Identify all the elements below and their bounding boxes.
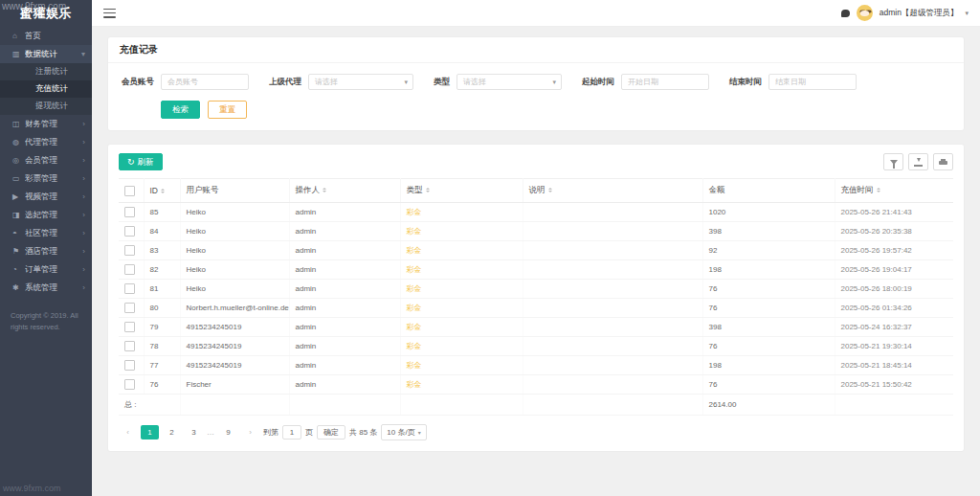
row-checkbox-cell (119, 375, 144, 395)
filter-select-type[interactable]: 请选择▾ (457, 74, 562, 90)
filter-columns-icon[interactable] (883, 153, 903, 170)
user-menu[interactable]: admin【超级管理员】 (880, 8, 959, 19)
sidebar-item-video[interactable]: ▶视频管理› (0, 188, 92, 206)
cell-amount: 1020 (702, 203, 835, 222)
page-title: 充值记录 (108, 37, 964, 63)
table-row: 81Heikoadmin彩金762025-05-26 18:00:19 (119, 280, 953, 299)
row-checkbox[interactable] (124, 283, 135, 294)
sidebar-item-xuanfei[interactable]: ◨选妃管理› (0, 206, 92, 224)
menu-toggle-icon[interactable] (103, 9, 116, 18)
column-header-2[interactable]: 操作人 (289, 179, 400, 203)
sidebar-subitem-register-stats[interactable]: 注册统计 (0, 63, 92, 80)
sidebar-item-finance[interactable]: ◫财务管理› (0, 115, 92, 133)
cell-operator: admin (289, 356, 400, 375)
app-logo: 蜜獾娱乐 (0, 0, 92, 27)
sidebar-item-lottery[interactable]: ▭彩票管理› (0, 169, 92, 188)
cell-operator: admin (289, 222, 400, 241)
cell-note (523, 222, 702, 241)
bank-icon: ◫ (12, 120, 25, 128)
chevron-right-icon: › (82, 247, 85, 256)
cell-type: 彩金 (400, 299, 523, 318)
cell-type: 彩金 (400, 203, 523, 222)
sort-icon[interactable] (877, 186, 880, 194)
sidebar-item-community[interactable]: ◓社区管理› (0, 224, 92, 242)
row-checkbox[interactable] (124, 264, 135, 275)
row-checkbox[interactable] (124, 379, 135, 390)
next-page-button[interactable]: › (241, 425, 259, 440)
filter-input-start-time[interactable] (621, 74, 709, 90)
flag-icon: ⚑ (12, 247, 25, 256)
page-button-2[interactable]: 2 (163, 425, 181, 440)
sort-icon[interactable] (548, 186, 552, 194)
sidebar-item-home[interactable]: ⌂首页 (0, 27, 92, 45)
chart-icon: ▥ (12, 50, 25, 58)
page-size-select[interactable]: 10 条/页▾ (381, 424, 426, 440)
export-icon[interactable] (908, 153, 928, 170)
prev-page-button[interactable]: ‹ (119, 425, 137, 440)
filter-input-account[interactable] (161, 74, 249, 90)
page-ellipsis: … (207, 428, 215, 437)
jump-page-input[interactable] (282, 425, 301, 440)
notification-icon[interactable] (841, 10, 850, 17)
cell-operator: admin (289, 375, 400, 395)
jump-confirm-button[interactable]: 确定 (317, 425, 345, 440)
cell-id: 77 (144, 356, 180, 375)
page-button-1[interactable]: 1 (141, 425, 159, 440)
sidebar-item-hotel[interactable]: ⚑酒店管理› (0, 242, 92, 260)
sort-icon[interactable] (426, 186, 430, 194)
ticket-icon: ▭ (12, 174, 25, 183)
cell-amount: 398 (702, 222, 835, 241)
filter-input-end-time[interactable] (768, 74, 857, 90)
row-checkbox[interactable] (124, 207, 135, 217)
select-all-checkbox[interactable] (124, 186, 135, 196)
table-row: 76Fischeradmin彩金762025-05-21 15:50:42 (119, 375, 953, 395)
avatar[interactable] (857, 5, 873, 21)
chevron-right-icon: › (82, 192, 85, 201)
column-header-1: 用户账号 (180, 179, 289, 203)
sort-icon[interactable] (161, 187, 165, 195)
filter-select-agent[interactable]: 请选择▾ (308, 74, 413, 90)
cell-time: 2025-05-26 19:57:42 (835, 241, 953, 260)
cell-user: Norbert.h.mueller@t-online.de (180, 299, 289, 318)
row-checkbox[interactable] (124, 303, 135, 313)
column-header-6[interactable]: 充值时间 (835, 179, 953, 203)
row-checkbox[interactable] (124, 360, 135, 371)
main-content: 充值记录 会员账号上级代理请选择▾类型请选择▾起始时间结束时间 检索 重置 ↻ … (92, 27, 980, 496)
filter-field-account: 会员账号 (122, 74, 249, 90)
video-icon: ▶ (12, 192, 25, 201)
column-header-3[interactable]: 类型 (400, 179, 523, 203)
column-header-0[interactable]: ID (144, 179, 180, 203)
page-button-9[interactable]: 9 (219, 425, 237, 440)
row-checkbox[interactable] (124, 226, 135, 237)
table-row: 83Heikoadmin彩金922025-05-26 19:57:42 (119, 241, 953, 260)
app: 蜜獾娱乐 ⌂首页▥数据统计▾注册统计充值统计提现统计◫财务管理›◍代理管理›◎会… (0, 0, 980, 496)
cell-time: 2025-05-26 01:34:26 (835, 299, 953, 318)
sidebar-item-system[interactable]: ✱系统管理› (0, 279, 92, 297)
sidebar-subitem-withdraw-stats[interactable]: 提现统计 (0, 98, 92, 115)
user-area: admin【超级管理员】 ▾ (841, 5, 969, 21)
sidebar-item-agent[interactable]: ◍代理管理› (0, 133, 92, 151)
column-header-4[interactable]: 说明 (523, 179, 702, 203)
search-button[interactable]: 检索 (161, 101, 200, 119)
row-checkbox[interactable] (124, 245, 135, 256)
refresh-button[interactable]: ↻ 刷新 (119, 153, 163, 170)
sidebar-subitem-recharge-stats[interactable]: 充值统计 (0, 80, 92, 98)
table-toolbar: ↻ 刷新 (119, 153, 953, 170)
row-checkbox[interactable] (124, 341, 135, 351)
sidebar-item-member[interactable]: ◎会员管理› (0, 151, 92, 169)
row-checkbox[interactable] (124, 322, 135, 332)
column-header-5: 金额 (702, 179, 835, 203)
sort-icon[interactable] (323, 186, 326, 194)
page-button-3[interactable]: 3 (185, 425, 203, 440)
sidebar-item-label: 酒店管理 (25, 246, 82, 258)
sidebar-item-order[interactable]: ◔订单管理› (0, 260, 92, 279)
print-icon[interactable] (933, 153, 953, 170)
sidebar-item-data-stats[interactable]: ▥数据统计▾ (0, 45, 92, 63)
home-icon: ⌂ (12, 32, 25, 40)
chevron-down-icon: ▾ (418, 429, 421, 436)
cell-id: 81 (144, 280, 180, 299)
select-value: 请选择 (315, 77, 338, 87)
column-label: 金额 (709, 185, 725, 194)
chevron-right-icon: › (82, 156, 85, 165)
reset-button[interactable]: 重置 (208, 101, 247, 119)
